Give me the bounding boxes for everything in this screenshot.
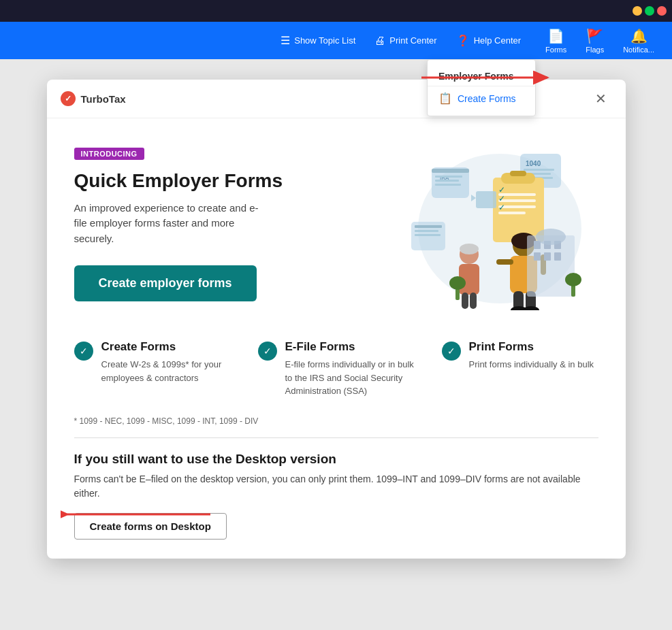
forms-icon: 📄 [547,28,564,44]
create-employer-forms-button[interactable]: Create employer forms [74,265,257,301]
print-forms-check-icon: ✓ [442,342,461,361]
document-icon: 📋 [438,92,452,105]
svg-point-53 [565,273,581,286]
red-arrow-left [61,502,210,526]
svg-rect-5 [432,169,469,173]
svg-text:1040: 1040 [526,160,541,167]
svg-rect-31 [496,259,513,265]
modal-close-button[interactable]: ✕ [590,88,612,110]
introducing-badge: INTRODUCING [74,148,144,160]
footnote-section: * 1099 - NEC, 1099 - MISC, 1099 - INT, 1… [47,409,626,437]
svg-rect-6 [435,176,462,178]
desktop-section: If you still want to use the Desktop ver… [47,438,626,559]
svg-rect-40 [462,293,468,309]
svg-rect-20 [510,171,526,176]
forms-nav-button[interactable]: 📄 Forms [536,22,576,59]
svg-point-36 [523,306,539,310]
create-forms-title: Create Forms [101,340,231,354]
modal-illustration: IRA 1040 [381,140,598,310]
print-forms-desc: Print forms individually & in bulk [469,358,594,371]
svg-rect-46 [534,252,541,261]
svg-text:✓: ✓ [498,203,505,212]
feature-create-forms: ✓ Create Forms Create W-2s & 1099s* for … [74,340,231,398]
desktop-section-desc: Forms can't be E–filed on the desktop ve… [74,472,598,501]
svg-rect-7 [435,180,459,182]
efile-forms-title: E-File Forms [285,340,415,354]
svg-text:✓: ✓ [498,185,505,195]
create-forms-check-icon: ✓ [74,342,93,361]
svg-point-49 [536,229,566,245]
efile-forms-desc: E-file forms individually or in bulk to … [285,358,415,398]
print-icon: 🖨 [374,35,385,47]
svg-rect-15 [415,225,442,228]
maximize-button[interactable] [645,6,654,16]
modal-main-title: Quick Employer Forms [74,169,367,193]
nav-right-icons: 📄 Forms 🚩 Flags 🔔 Notifica... [536,22,664,59]
close-window-button[interactable] [657,6,667,16]
svg-rect-54 [476,191,496,208]
feature-efile-forms: ✓ E-File Forms E-file forms individually… [258,340,415,398]
turbotax-logo: ✓ [61,91,76,106]
modal-description: An improved experience to create and e-f… [74,201,265,247]
svg-rect-48 [554,252,561,261]
flags-nav-button[interactable]: 🚩 Flags [576,22,613,59]
main-area: ✓ TurboTax ✕ INTRODUCING Quick Employer … [0,59,672,630]
top-nav: ☰ Show Topic List 🖨 Print Center ❓ Help … [0,22,672,59]
help-center-button[interactable]: ❓ Help Center [447,22,530,59]
modal-body: INTRODUCING Quick Employer Forms An impr… [47,118,626,327]
svg-text:✓: ✓ [498,194,505,203]
svg-rect-17 [415,234,441,236]
modal-dialog: ✓ TurboTax ✕ INTRODUCING Quick Employer … [47,80,626,559]
print-center-button[interactable]: 🖨 Print Center [365,22,446,59]
help-icon: ❓ [456,34,470,47]
list-icon: ☰ [281,34,290,47]
show-topic-list-button[interactable]: ☰ Show Topic List [271,22,365,59]
svg-point-51 [449,276,466,290]
modal-left-content: INTRODUCING Quick Employer Forms An impr… [74,140,367,301]
modal-title-row: ✓ TurboTax [61,91,126,106]
feature-print-forms: ✓ Print Forms Print forms individually &… [442,340,598,398]
svg-rect-16 [415,230,438,232]
svg-rect-41 [470,293,477,309]
illustration-svg: IRA 1040 [391,140,588,310]
notifications-icon: 🔔 [630,28,647,44]
minimize-button[interactable] [633,6,642,16]
notifications-nav-button[interactable]: 🔔 Notifica... [613,22,664,59]
title-bar [0,0,672,22]
svg-rect-8 [435,184,461,186]
print-forms-title: Print Forms [469,340,594,354]
flags-icon: 🚩 [586,28,603,44]
modal-app-name: TurboTax [81,93,126,105]
create-forms-desc: Create W-2s & 1099s* for your employees … [101,358,231,384]
red-arrow-right [421,67,558,88]
desktop-section-title: If you still want to use the Desktop ver… [74,452,598,467]
svg-point-38 [460,244,479,254]
footnote-text: * 1099 - NEC, 1099 - MISC, 1099 - INT, 1… [74,416,259,426]
svg-rect-11 [524,169,554,171]
svg-rect-47 [544,252,551,261]
create-forms-link[interactable]: 📋 Create Forms [428,86,535,110]
efile-forms-check-icon: ✓ [258,342,277,361]
features-section: ✓ Create Forms Create W-2s & 1099s* for … [47,327,626,409]
